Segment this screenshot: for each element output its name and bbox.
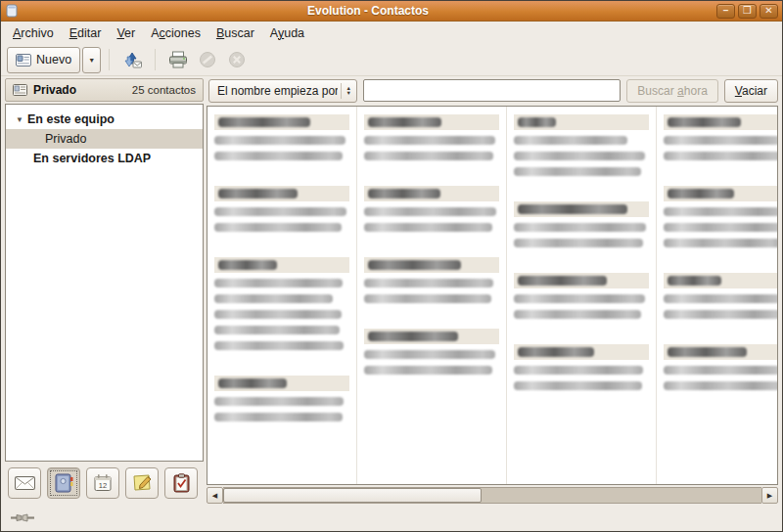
contact-card[interactable]	[214, 186, 349, 232]
folder-tree: ▼ En este equipo Privado En servidores L…	[5, 104, 204, 462]
contacts-icon	[55, 473, 73, 493]
contact-card[interactable]	[514, 201, 649, 247]
tree-item-en-este-equipo[interactable]: ▼ En este equipo	[6, 110, 203, 129]
switcher-mail-button[interactable]	[8, 467, 41, 499]
contact-card[interactable]	[364, 329, 499, 375]
calendar-icon: 12	[93, 473, 113, 492]
menu-acciones[interactable]: Acciones	[143, 23, 208, 43]
contact-field-redacted	[214, 207, 346, 216]
contact-card[interactable]	[214, 257, 349, 350]
print-icon[interactable]	[166, 48, 190, 71]
sidebar: Privado 25 contactos ▼ En este equipo Pr…	[5, 78, 204, 504]
contact-field-redacted	[364, 294, 491, 303]
folder-title: Privado	[33, 83, 76, 97]
contact-card[interactable]	[514, 273, 649, 319]
tasks-icon	[173, 473, 190, 493]
switcher-memos-button[interactable]	[125, 467, 159, 499]
scroll-left-icon[interactable]: ◀	[207, 487, 223, 504]
contact-name-redacted	[664, 344, 778, 360]
switcher-contacts-button[interactable]	[47, 467, 80, 499]
tree-item-servidores-ldap[interactable]: En servidores LDAP	[6, 149, 203, 168]
contact-card[interactable]	[364, 257, 499, 303]
contact-name-redacted	[214, 376, 349, 391]
mail-icon	[15, 476, 35, 490]
expander-icon[interactable]: ▼	[12, 115, 27, 124]
contact-field-redacted	[214, 136, 345, 145]
menu-archivo[interactable]: Archivo	[5, 23, 62, 43]
close-button[interactable]: ✕	[760, 4, 778, 19]
switcher-calendar-button[interactable]: 12	[86, 467, 119, 499]
tree-item-privado[interactable]: Privado	[6, 129, 203, 149]
contact-field-redacted	[514, 136, 627, 145]
menu-editar[interactable]: Editar	[62, 23, 110, 43]
online-status-plug-icon[interactable]	[11, 512, 38, 523]
contact-field-redacted	[364, 136, 495, 145]
contact-field-redacted	[664, 381, 778, 390]
contact-name-redacted	[364, 186, 499, 201]
addressbook-header[interactable]: Privado 25 contactos	[5, 78, 204, 102]
contact-field-redacted	[214, 397, 344, 406]
contact-name-redacted	[214, 114, 349, 130]
evolution-window: Evolution - Contactos – ❒ ✕ Archivo Edit…	[0, 0, 783, 532]
main-panel: El nombre empieza por ▲ ▼ Buscar ahora V…	[207, 78, 778, 504]
contact-card[interactable]	[664, 344, 778, 390]
contact-field-redacted	[214, 413, 343, 421]
spinner-arrows-icon: ▲ ▼	[346, 86, 351, 96]
chevron-down-icon: ▼	[88, 57, 95, 64]
send-receive-icon[interactable]	[120, 48, 144, 71]
contact-field-redacted	[364, 350, 495, 359]
scrollbar-track[interactable]	[223, 487, 761, 504]
contact-card[interactable]	[214, 376, 349, 421]
contact-field-redacted	[664, 223, 778, 232]
contact-field-redacted	[514, 223, 646, 232]
contact-field-redacted	[214, 294, 333, 303]
contact-count: 25 contactos	[132, 84, 196, 96]
scrollbar-thumb[interactable]	[223, 488, 482, 503]
clear-button[interactable]: Vaciar	[724, 79, 778, 103]
switcher-tasks-button[interactable]	[164, 467, 198, 499]
contact-field-redacted	[664, 239, 778, 247]
contact-field-redacted	[214, 310, 342, 319]
menu-buscar[interactable]: Buscar	[208, 23, 262, 43]
contact-field-redacted	[214, 223, 342, 232]
new-button[interactable]: Nuevo	[7, 47, 80, 73]
scroll-right-icon[interactable]: ▶	[761, 487, 778, 504]
contact-card[interactable]	[664, 273, 778, 319]
contact-field-redacted	[514, 239, 643, 247]
contact-card[interactable]	[514, 344, 649, 390]
new-dropdown-button[interactable]: ▼	[82, 47, 101, 73]
contact-field-redacted	[514, 366, 643, 375]
contact-card[interactable]	[364, 114, 499, 160]
search-now-button[interactable]: Buscar ahora	[626, 79, 717, 103]
delete-icon[interactable]	[225, 48, 249, 71]
contact-field-redacted	[214, 279, 343, 288]
tree-item-label: En servidores LDAP	[33, 152, 151, 165]
contact-field-redacted	[664, 294, 778, 303]
menu-ayuda[interactable]: Ayuda	[262, 23, 312, 43]
search-filter-dropdown[interactable]: El nombre empieza por ▲ ▼	[208, 79, 357, 103]
search-input[interactable]	[363, 79, 621, 102]
contact-card[interactable]	[364, 186, 499, 232]
contact-field-redacted	[514, 310, 641, 319]
searchbar: El nombre empieza por ▲ ▼ Buscar ahora V…	[207, 78, 778, 106]
stop-icon[interactable]	[196, 48, 219, 71]
menu-ver[interactable]: Ver	[109, 23, 143, 43]
contact-field-redacted	[364, 279, 493, 288]
card-column	[207, 107, 357, 484]
contact-field-redacted	[664, 366, 778, 375]
addressbook-icon	[13, 84, 27, 96]
contact-card[interactable]	[514, 114, 649, 176]
maximize-button[interactable]: ❒	[738, 4, 757, 19]
window-title: Evolution - Contactos	[23, 4, 714, 18]
contact-field-redacted	[214, 326, 340, 334]
contact-field-redacted	[514, 152, 645, 160]
contact-field-redacted	[364, 366, 492, 375]
contact-card[interactable]	[664, 186, 778, 247]
contact-card[interactable]	[664, 114, 778, 160]
minimize-button[interactable]: –	[716, 4, 735, 19]
contact-card[interactable]	[214, 114, 349, 160]
content-area: Privado 25 contactos ▼ En este equipo Pr…	[1, 76, 782, 506]
memo-icon	[132, 473, 153, 492]
contact-field-redacted	[514, 167, 641, 176]
card-column	[507, 107, 657, 484]
